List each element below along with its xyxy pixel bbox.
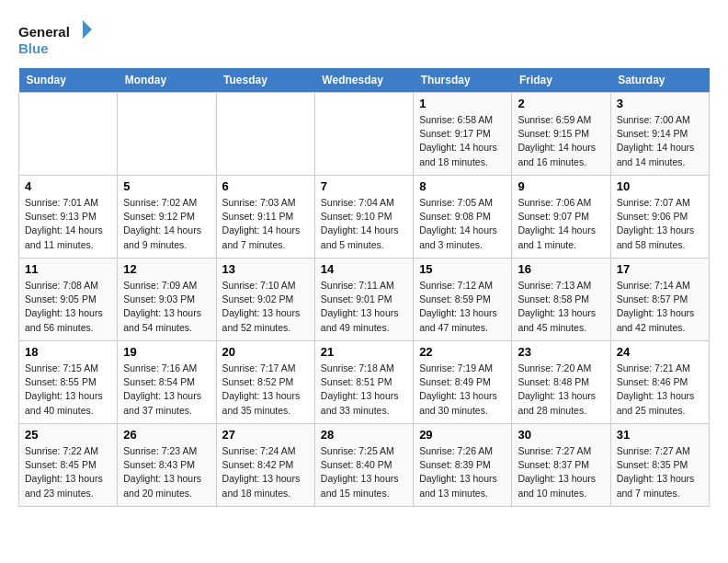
- calendar-cell: 14Sunrise: 7:11 AMSunset: 9:01 PMDayligh…: [314, 259, 413, 341]
- day-info: Sunrise: 6:59 AMSunset: 9:15 PMDaylight:…: [518, 113, 604, 169]
- header-row: SundayMondayTuesdayWednesdayThursdayFrid…: [19, 68, 710, 93]
- calendar-cell: 22Sunrise: 7:19 AMSunset: 8:49 PMDayligh…: [414, 341, 512, 424]
- day-info: Sunrise: 7:03 AMSunset: 9:11 PMDaylight:…: [222, 196, 309, 252]
- calendar-cell: 4Sunrise: 7:01 AMSunset: 9:13 PMDaylight…: [19, 176, 118, 259]
- calendar-cell: [314, 93, 413, 176]
- day-number: 3: [617, 97, 703, 110]
- day-number: 22: [419, 345, 506, 359]
- header-tuesday: Tuesday: [216, 68, 314, 93]
- day-number: 20: [222, 345, 309, 359]
- logo-svg: General Blue: [18, 18, 92, 59]
- svg-marker-2: [83, 20, 92, 39]
- day-info: Sunrise: 7:20 AMSunset: 8:48 PMDaylight:…: [518, 362, 604, 418]
- day-number: 19: [123, 345, 210, 359]
- header-sunday: Sunday: [19, 68, 118, 93]
- calendar-cell: 31Sunrise: 7:27 AMSunset: 8:35 PMDayligh…: [610, 424, 709, 507]
- header-monday: Monday: [118, 68, 216, 93]
- day-info: Sunrise: 7:24 AMSunset: 8:42 PMDaylight:…: [222, 444, 309, 500]
- day-info: Sunrise: 7:13 AMSunset: 8:58 PMDaylight:…: [518, 279, 604, 335]
- day-number: 27: [222, 428, 309, 442]
- svg-text:Blue: Blue: [18, 40, 49, 56]
- calendar-cell: 29Sunrise: 7:26 AMSunset: 8:39 PMDayligh…: [414, 424, 512, 507]
- calendar-cell: 8Sunrise: 7:05 AMSunset: 9:08 PMDaylight…: [414, 176, 512, 259]
- header-wednesday: Wednesday: [314, 68, 413, 93]
- day-info: Sunrise: 7:15 AMSunset: 8:55 PMDaylight:…: [25, 362, 111, 418]
- day-info: Sunrise: 7:16 AMSunset: 8:54 PMDaylight:…: [123, 362, 210, 418]
- day-number: 21: [321, 345, 407, 359]
- calendar-cell: 12Sunrise: 7:09 AMSunset: 9:03 PMDayligh…: [118, 259, 216, 341]
- day-info: Sunrise: 7:17 AMSunset: 8:52 PMDaylight:…: [222, 362, 309, 418]
- day-number: 23: [518, 345, 604, 359]
- calendar-cell: 25Sunrise: 7:22 AMSunset: 8:45 PMDayligh…: [19, 424, 118, 507]
- day-info: Sunrise: 7:19 AMSunset: 8:49 PMDaylight:…: [419, 362, 506, 418]
- calendar-cell: 10Sunrise: 7:07 AMSunset: 9:06 PMDayligh…: [610, 176, 709, 259]
- day-number: 12: [123, 262, 210, 276]
- week-row-5: 25Sunrise: 7:22 AMSunset: 8:45 PMDayligh…: [19, 424, 710, 507]
- calendar-cell: 15Sunrise: 7:12 AMSunset: 8:59 PMDayligh…: [414, 259, 512, 341]
- week-row-4: 18Sunrise: 7:15 AMSunset: 8:55 PMDayligh…: [19, 341, 710, 424]
- day-number: 29: [419, 428, 506, 442]
- day-number: 24: [617, 345, 703, 359]
- day-number: 1: [419, 97, 506, 110]
- header-thursday: Thursday: [414, 68, 512, 93]
- day-number: 15: [419, 262, 506, 276]
- day-info: Sunrise: 7:04 AMSunset: 9:10 PMDaylight:…: [321, 196, 407, 252]
- day-number: 16: [518, 262, 604, 276]
- calendar-cell: 1Sunrise: 6:58 AMSunset: 9:17 PMDaylight…: [414, 93, 512, 176]
- day-info: Sunrise: 7:26 AMSunset: 8:39 PMDaylight:…: [419, 444, 506, 500]
- day-info: Sunrise: 7:06 AMSunset: 9:07 PMDaylight:…: [518, 196, 604, 252]
- calendar-cell: 26Sunrise: 7:23 AMSunset: 8:43 PMDayligh…: [118, 424, 216, 507]
- day-number: 26: [123, 428, 210, 442]
- calendar-header: SundayMondayTuesdayWednesdayThursdayFrid…: [19, 68, 710, 93]
- day-info: Sunrise: 7:25 AMSunset: 8:40 PMDaylight:…: [321, 444, 407, 500]
- calendar-cell: 3Sunrise: 7:00 AMSunset: 9:14 PMDaylight…: [610, 93, 709, 176]
- calendar-cell: 19Sunrise: 7:16 AMSunset: 8:54 PMDayligh…: [118, 341, 216, 424]
- day-number: 11: [25, 262, 111, 276]
- day-info: Sunrise: 7:11 AMSunset: 9:01 PMDaylight:…: [321, 279, 407, 335]
- day-number: 7: [321, 179, 407, 193]
- day-info: Sunrise: 7:12 AMSunset: 8:59 PMDaylight:…: [419, 279, 506, 335]
- calendar-cell: [118, 93, 216, 176]
- calendar-cell: 6Sunrise: 7:03 AMSunset: 9:11 PMDaylight…: [216, 176, 314, 259]
- day-number: 4: [25, 179, 111, 193]
- calendar-cell: 28Sunrise: 7:25 AMSunset: 8:40 PMDayligh…: [314, 424, 413, 507]
- calendar-cell: 7Sunrise: 7:04 AMSunset: 9:10 PMDaylight…: [314, 176, 413, 259]
- page-header: General Blue: [18, 18, 710, 59]
- day-info: Sunrise: 7:18 AMSunset: 8:51 PMDaylight:…: [321, 362, 407, 418]
- day-info: Sunrise: 7:05 AMSunset: 9:08 PMDaylight:…: [419, 196, 506, 252]
- calendar-table: SundayMondayTuesdayWednesdayThursdayFrid…: [18, 68, 710, 507]
- day-info: Sunrise: 7:27 AMSunset: 8:37 PMDaylight:…: [518, 444, 604, 500]
- day-info: Sunrise: 7:23 AMSunset: 8:43 PMDaylight:…: [123, 444, 210, 500]
- calendar-cell: 16Sunrise: 7:13 AMSunset: 8:58 PMDayligh…: [512, 259, 610, 341]
- day-info: Sunrise: 7:27 AMSunset: 8:35 PMDaylight:…: [617, 444, 703, 500]
- day-info: Sunrise: 7:01 AMSunset: 9:13 PMDaylight:…: [25, 196, 111, 252]
- day-info: Sunrise: 7:10 AMSunset: 9:02 PMDaylight:…: [222, 279, 309, 335]
- calendar-cell: [216, 93, 314, 176]
- calendar-cell: 18Sunrise: 7:15 AMSunset: 8:55 PMDayligh…: [19, 341, 118, 424]
- day-info: Sunrise: 7:09 AMSunset: 9:03 PMDaylight:…: [123, 279, 210, 335]
- day-info: Sunrise: 7:22 AMSunset: 8:45 PMDaylight:…: [25, 444, 111, 500]
- calendar-cell: 11Sunrise: 7:08 AMSunset: 9:05 PMDayligh…: [19, 259, 118, 341]
- day-info: Sunrise: 7:00 AMSunset: 9:14 PMDaylight:…: [617, 113, 703, 169]
- calendar-cell: 23Sunrise: 7:20 AMSunset: 8:48 PMDayligh…: [512, 341, 610, 424]
- calendar-cell: 30Sunrise: 7:27 AMSunset: 8:37 PMDayligh…: [512, 424, 610, 507]
- day-number: 17: [617, 262, 703, 276]
- day-number: 14: [321, 262, 407, 276]
- header-friday: Friday: [512, 68, 610, 93]
- calendar-cell: 9Sunrise: 7:06 AMSunset: 9:07 PMDaylight…: [512, 176, 610, 259]
- day-number: 31: [617, 428, 703, 442]
- calendar-cell: 21Sunrise: 7:18 AMSunset: 8:51 PMDayligh…: [314, 341, 413, 424]
- week-row-2: 4Sunrise: 7:01 AMSunset: 9:13 PMDaylight…: [19, 176, 710, 259]
- day-number: 10: [617, 179, 703, 193]
- day-number: 18: [25, 345, 111, 359]
- day-number: 5: [123, 179, 210, 193]
- day-info: Sunrise: 7:14 AMSunset: 8:57 PMDaylight:…: [617, 279, 703, 335]
- calendar-cell: 17Sunrise: 7:14 AMSunset: 8:57 PMDayligh…: [610, 259, 709, 341]
- day-info: Sunrise: 7:07 AMSunset: 9:06 PMDaylight:…: [617, 196, 703, 252]
- header-saturday: Saturday: [610, 68, 709, 93]
- day-info: Sunrise: 7:21 AMSunset: 8:46 PMDaylight:…: [617, 362, 703, 418]
- day-number: 8: [419, 179, 506, 193]
- calendar-cell: [19, 93, 118, 176]
- calendar-cell: 13Sunrise: 7:10 AMSunset: 9:02 PMDayligh…: [216, 259, 314, 341]
- day-info: Sunrise: 6:58 AMSunset: 9:17 PMDaylight:…: [419, 113, 506, 169]
